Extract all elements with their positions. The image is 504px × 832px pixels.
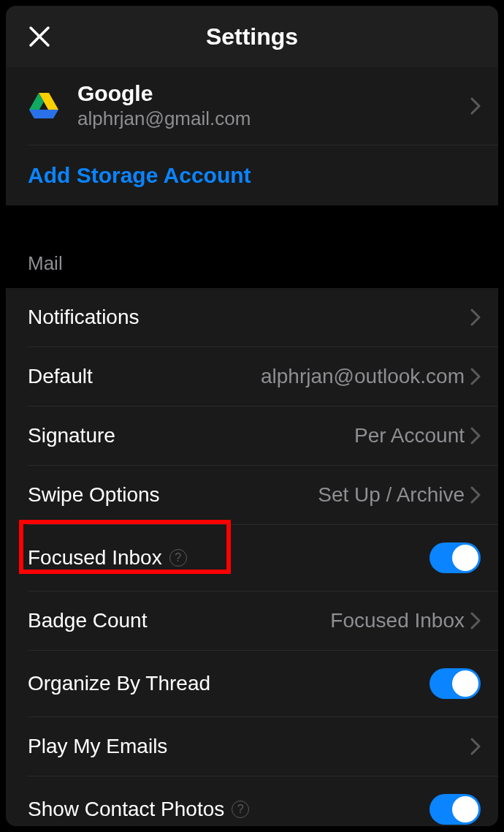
toggle-knob (452, 670, 478, 697)
row-focused-inbox: Focused Inbox ? (6, 525, 498, 591)
label-notifications: Notifications (28, 306, 470, 329)
chevron-right-icon (470, 427, 481, 445)
row-swipe-options[interactable]: Swipe Options Set Up / Archive (6, 466, 498, 524)
toggle-focused-inbox[interactable] (429, 542, 481, 573)
chevron-right-icon (470, 309, 481, 326)
label-default: Default (28, 365, 261, 388)
toggle-organize-by-thread[interactable] (429, 668, 481, 699)
label-signature: Signature (28, 424, 354, 447)
section-gap (6, 205, 498, 242)
chevron-right-icon (470, 612, 481, 629)
toggle-show-contact-photos[interactable] (429, 794, 481, 825)
value-signature: Per Account (354, 424, 470, 447)
row-default[interactable]: Default alphrjan@outlook.com (6, 347, 498, 406)
label-swipe: Swipe Options (28, 483, 318, 507)
label-focused-inbox: Focused Inbox ? (28, 546, 429, 570)
label-organize-by-thread: Organize By Thread (28, 672, 429, 695)
row-signature[interactable]: Signature Per Account (6, 406, 498, 465)
label-play-my-emails: Play My Emails (28, 735, 470, 758)
label-show-contact-photos: Show Contact Photos ? (28, 798, 429, 821)
account-provider-label: Google (77, 80, 470, 107)
row-play-my-emails[interactable]: Play My Emails (6, 717, 498, 776)
label-show-contact-photos-text: Show Contact Photos (28, 798, 224, 821)
help-icon[interactable]: ? (169, 549, 187, 567)
toggle-knob (452, 545, 478, 571)
value-default: alphrjan@outlook.com (261, 365, 470, 388)
value-swipe: Set Up / Archive (318, 483, 470, 507)
close-button[interactable] (23, 20, 56, 53)
google-drive-icon (28, 90, 60, 122)
toggle-knob (452, 796, 478, 822)
help-icon[interactable]: ? (232, 801, 249, 818)
account-email-label: alphrjan@gmail.com (77, 107, 470, 132)
label-badge-count: Badge Count (28, 609, 330, 632)
chevron-right-icon (470, 368, 481, 385)
row-show-contact-photos: Show Contact Photos ? (6, 776, 498, 826)
chevron-right-icon (470, 97, 481, 115)
row-notifications[interactable]: Notifications (6, 288, 498, 347)
svg-marker-4 (29, 110, 58, 118)
row-badge-count[interactable]: Badge Count Focused Inbox (6, 591, 498, 650)
label-focused-inbox-text: Focused Inbox (28, 546, 162, 570)
account-row-google[interactable]: Google alphrjan@gmail.com (6, 67, 498, 145)
section-header-mail: Mail (6, 242, 498, 288)
account-text: Google alphrjan@gmail.com (60, 80, 470, 132)
chevron-right-icon (470, 486, 481, 504)
row-organize-by-thread: Organize By Thread (6, 651, 498, 716)
chevron-right-icon (470, 738, 481, 755)
add-storage-account-link[interactable]: Add Storage Account (6, 145, 498, 205)
page-title: Settings (6, 23, 498, 50)
value-badge-count: Focused Inbox (330, 609, 470, 632)
header-bar: Settings (6, 6, 498, 67)
close-icon (28, 26, 50, 48)
